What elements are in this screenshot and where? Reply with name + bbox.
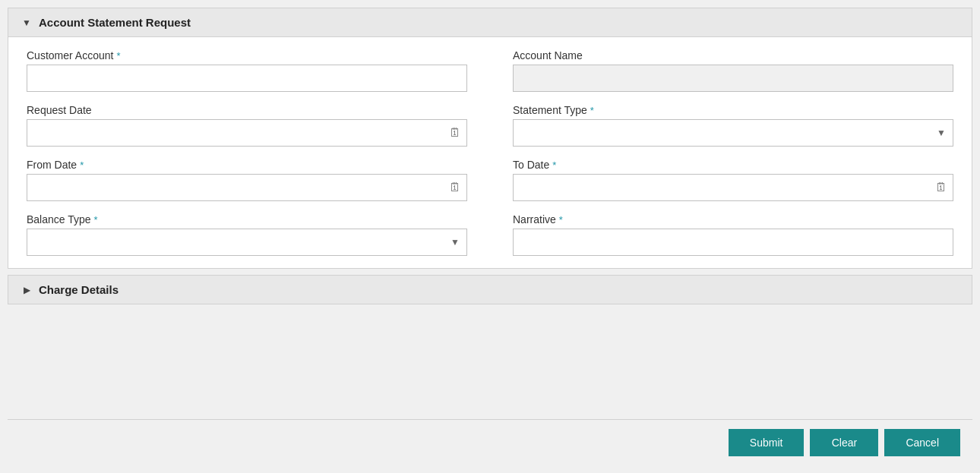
request-date-input-wrapper: 🗓 bbox=[27, 119, 467, 147]
from-date-label: From Date * bbox=[27, 159, 467, 171]
customer-account-required: * bbox=[116, 50, 120, 61]
statement-type-select[interactable] bbox=[513, 119, 953, 147]
form-grid: Customer Account * Account Name Request … bbox=[27, 49, 953, 256]
request-date-field: Request Date 🗓 bbox=[27, 104, 467, 147]
to-date-input[interactable] bbox=[513, 174, 953, 201]
statement-type-label: Statement Type * bbox=[513, 104, 953, 116]
narrative-input[interactable] bbox=[513, 229, 953, 256]
balance-type-required: * bbox=[94, 214, 98, 225]
from-date-required: * bbox=[80, 159, 84, 171]
to-date-label: To Date * bbox=[513, 159, 953, 171]
account-statement-body: Customer Account * Account Name Request … bbox=[8, 37, 972, 268]
statement-type-required: * bbox=[590, 105, 594, 116]
from-date-input[interactable] bbox=[27, 174, 467, 201]
narrative-required: * bbox=[559, 214, 563, 225]
account-statement-title: Account Statement Request bbox=[39, 16, 191, 29]
to-date-field: To Date * 🗓 bbox=[513, 159, 953, 201]
cancel-button[interactable]: Cancel bbox=[884, 429, 960, 456]
collapse-right-icon: ▶ bbox=[21, 285, 33, 295]
account-name-label: Account Name bbox=[513, 49, 953, 61]
balance-type-wrapper: ▼ bbox=[27, 229, 467, 256]
charge-details-section: ▶ Charge Details bbox=[8, 275, 972, 304]
request-date-label: Request Date bbox=[27, 104, 467, 116]
spacer bbox=[8, 311, 972, 419]
request-date-input[interactable] bbox=[27, 119, 467, 147]
customer-account-input[interactable] bbox=[27, 65, 467, 92]
from-date-input-wrapper: 🗓 bbox=[27, 174, 467, 201]
account-statement-header[interactable]: ▼ Account Statement Request bbox=[8, 8, 972, 37]
customer-account-label: Customer Account * bbox=[27, 49, 467, 61]
page-container: ▼ Account Statement Request Customer Acc… bbox=[0, 0, 980, 473]
narrative-field: Narrative * bbox=[513, 213, 953, 256]
customer-account-field: Customer Account * bbox=[27, 49, 467, 92]
balance-type-select[interactable] bbox=[27, 229, 467, 256]
balance-type-field: Balance Type * ▼ bbox=[27, 213, 467, 256]
clear-button[interactable]: Clear bbox=[810, 429, 878, 456]
submit-button[interactable]: Submit bbox=[729, 429, 805, 456]
charge-details-header[interactable]: ▶ Charge Details bbox=[8, 276, 972, 304]
statement-type-wrapper: ▼ bbox=[513, 119, 953, 147]
balance-type-label: Balance Type * bbox=[27, 213, 467, 225]
narrative-label: Narrative * bbox=[513, 213, 953, 225]
account-name-field: Account Name bbox=[513, 49, 953, 92]
account-name-input bbox=[513, 65, 953, 92]
account-statement-section: ▼ Account Statement Request Customer Acc… bbox=[8, 8, 972, 269]
from-date-field: From Date * 🗓 bbox=[27, 159, 467, 201]
to-date-required: * bbox=[552, 159, 556, 171]
to-date-input-wrapper: 🗓 bbox=[513, 174, 953, 201]
statement-type-field: Statement Type * ▼ bbox=[513, 104, 953, 147]
footer-bar: Submit Clear Cancel bbox=[8, 419, 972, 465]
charge-details-title: Charge Details bbox=[39, 283, 119, 296]
collapse-down-icon: ▼ bbox=[21, 17, 33, 28]
